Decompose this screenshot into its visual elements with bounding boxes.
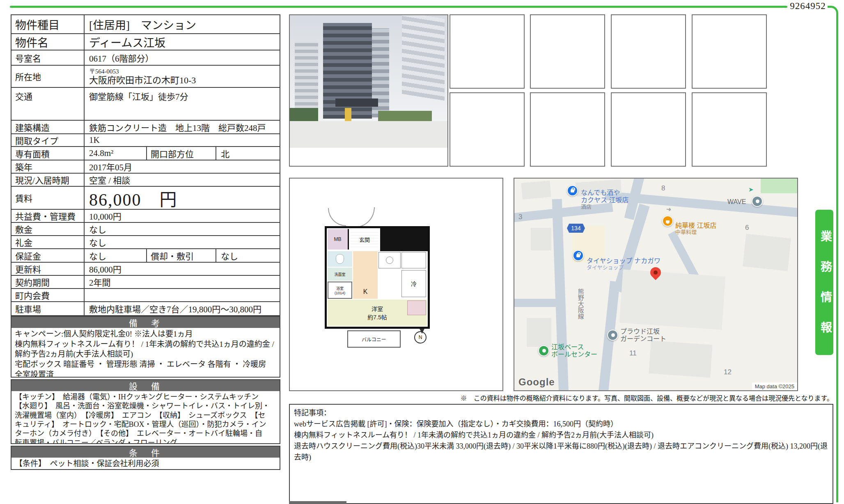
washroom: 洗面室 (328, 268, 352, 281)
photo-building-left (295, 42, 319, 119)
table-row: 駐車場 敷地内駐車場／空き7台／19,800円～30,800円 (11, 302, 280, 315)
table-row: 契約期間 2年間 (11, 276, 280, 289)
photo-slot-empty (450, 92, 525, 167)
row-value: 10,000円 (85, 210, 280, 222)
equipment-text: 【キッチン】 給湯器（電気）・IHクッキングヒーター・システムキッチン 【水廻り… (11, 391, 280, 444)
row-label: 町内会費 (11, 289, 85, 301)
row-label: 共益費・管理費 (11, 210, 85, 222)
block-number: 6 (745, 224, 749, 231)
poi-junkaro-name: 純華楼 江坂店 (675, 222, 716, 229)
restaurant-pin-icon (662, 215, 673, 227)
map-building-block (521, 181, 551, 199)
poi-wave: WAVE (727, 198, 746, 206)
photo-sign (345, 108, 351, 121)
one-way-arrow-icon: ➜ (666, 205, 672, 213)
table-row: 保証金 なし 償却・敷引 なし (11, 249, 280, 263)
row-value: 86,000円 (85, 263, 280, 275)
table-row: 専有面積 24.8m² 開口部方位 北 (11, 147, 280, 160)
poi-kakuyasu-name: なんでも酒や カクヤス 江坂店 (581, 189, 628, 204)
map: ➜ ➤ なんでも酒や カクヤス 江坂店 酒店 8 WAVE 純華楼 江坂店 中華… (514, 178, 798, 391)
block-number: 12 (724, 368, 732, 376)
row-label: 保証金 (11, 249, 85, 262)
row-value: ディームス江坂 (85, 34, 280, 50)
postal-code: 〒564-0053 (89, 68, 196, 75)
table-row: 間取タイプ 1K (11, 134, 280, 147)
poi-tire-type: タイヤショップ (587, 265, 661, 271)
business-info-tab: 業務情報 (815, 210, 833, 355)
photo-hedge (378, 111, 432, 121)
block-number: 11 (629, 349, 637, 357)
photo-slot-empty (611, 14, 686, 89)
block-number: 3 (518, 213, 522, 221)
table-row: 更新料 86,000円 (11, 263, 280, 276)
park-arrow-icon: ➤ (748, 186, 754, 193)
shaft-block (380, 228, 428, 251)
table-row: 敷金 なし (11, 223, 280, 236)
row-label: 敷金 (11, 223, 85, 235)
photo-canopy (335, 99, 378, 106)
row-label: 賃料 (11, 187, 85, 209)
row-value: なし (85, 249, 147, 262)
table-row: 現況/入居時期 空室 / 相談 (11, 174, 280, 187)
photo-slot-empty (450, 14, 525, 89)
row-value: なし (85, 236, 280, 248)
entry-door-arc (354, 207, 375, 228)
remarks-section: 備 考 キャンペーン:個人契約限定礼金0! ※法人は要1ヵ月 棟内無料フィットネ… (11, 316, 280, 378)
table-row: 礼金 なし (11, 236, 280, 249)
bathroom: 浴室 (1014) (328, 282, 352, 299)
compass-icon: N (414, 331, 427, 344)
map-building-block (527, 318, 551, 347)
shop-pin-icon (567, 185, 578, 196)
poi-tire: タイヤショップ ナカガワ タイヤショップ (587, 250, 661, 278)
entry-door-arc (328, 208, 346, 226)
poi-junkaro-type: 中華料理 (675, 229, 716, 236)
photo-slot-empty (692, 14, 767, 89)
poi-junkaro: 純華楼 江坂店 中華料理 (675, 215, 716, 243)
row-label: 駐車場 (11, 302, 85, 315)
toilet (328, 251, 352, 267)
special-notes: 特記事項： webサービス広告掲載 [許可]・保険：保険要加入（指定なし）・カギ… (289, 404, 833, 504)
poi-baseball: 江坂ベース ボールセンター (551, 344, 597, 358)
row-value: 〒564-0053 大阪府吹田市江の木町10-3 (85, 66, 280, 87)
row-label: 築年 (11, 160, 85, 173)
equipment-header: 設 備 (11, 380, 280, 391)
road-name: 熊野大阪線 (577, 289, 584, 319)
row-label-2: 開口部方位 (147, 147, 216, 160)
row-value: なし (85, 223, 280, 235)
map-park (761, 179, 798, 193)
poi-proud: プラウド江坂 ガーデンコート (620, 328, 666, 343)
building-photo (290, 15, 447, 148)
photo-pavement (290, 121, 447, 148)
table-row-rent: 賃料 86,000 円 (11, 187, 280, 210)
equipment-section: 設 備 【キッチン】 給湯器（電気）・IHクッキングヒーター・システムキッチン … (11, 379, 280, 444)
balcony: バルコニー (347, 330, 401, 348)
closet (407, 300, 426, 315)
photo-slot-empty (530, 92, 605, 167)
kitchen: K (353, 251, 378, 299)
washer-space (378, 252, 401, 268)
table-row: 町内会費 (11, 289, 280, 302)
map-copyright: Map data ©2025 (752, 383, 797, 390)
address: 大阪府吹田市江の木町10-3 (89, 75, 196, 85)
row-label: 物件種目 (11, 15, 85, 33)
green-top-border (10, 6, 787, 8)
table-row: 所在地 〒564-0053 大阪府吹田市江の木町10-3 (11, 66, 280, 88)
row-value: 2年間 (85, 276, 280, 288)
photo-building-right (402, 15, 445, 101)
row-value-2: 北 (216, 147, 280, 160)
storage (401, 252, 426, 268)
row-value: 御堂筋線「江坂」徒歩7分 (85, 88, 280, 120)
conditions-text: 【条件】 ペット相談・保証会社利用必須 (11, 458, 280, 470)
row-value: 0617（6階部分） (85, 50, 280, 65)
table-row: 共益費・管理費 10,000円 (11, 210, 280, 223)
row-label: 建築構造 (11, 121, 85, 133)
map-building-block (649, 341, 712, 378)
row-value: 敷地内駐車場／空き7台／19,800円～30,800円 (85, 302, 280, 315)
row-label: 専有面積 (11, 147, 85, 160)
row-label: 所在地 (11, 66, 85, 87)
row-value: [住居用] マンション (85, 15, 280, 33)
reference-number: 9264952 (789, 1, 827, 11)
map-building-block (743, 234, 791, 271)
row-label: 号室名 (11, 50, 85, 65)
row-label: 現況/入居時期 (11, 174, 85, 186)
